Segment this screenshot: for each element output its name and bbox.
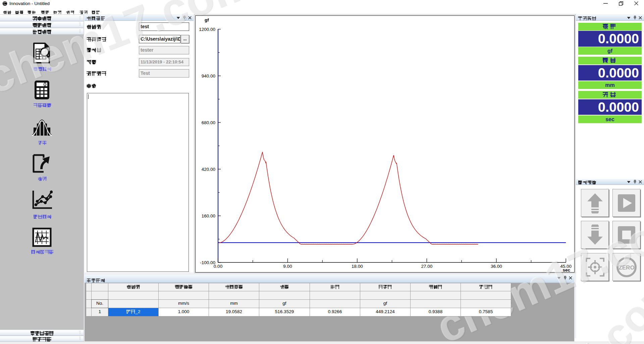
svg-text:27.00: 27.00 [421,264,433,269]
svg-text:940.00: 940.00 [202,73,215,79]
svg-text:1200.00: 1200.00 [199,27,215,32]
svg-text:9.00: 9.00 [283,264,292,269]
svg-text:18.00: 18.00 [352,264,363,269]
svg-text:420.00: 420.00 [202,167,215,172]
svg-text:0.00: 0.00 [214,264,222,269]
svg-text:160.00: 160.00 [202,213,215,218]
svg-text:-100.00: -100.00 [200,260,215,265]
svg-text:36.00: 36.00 [491,264,502,269]
svg-text:680.00: 680.00 [202,120,215,125]
